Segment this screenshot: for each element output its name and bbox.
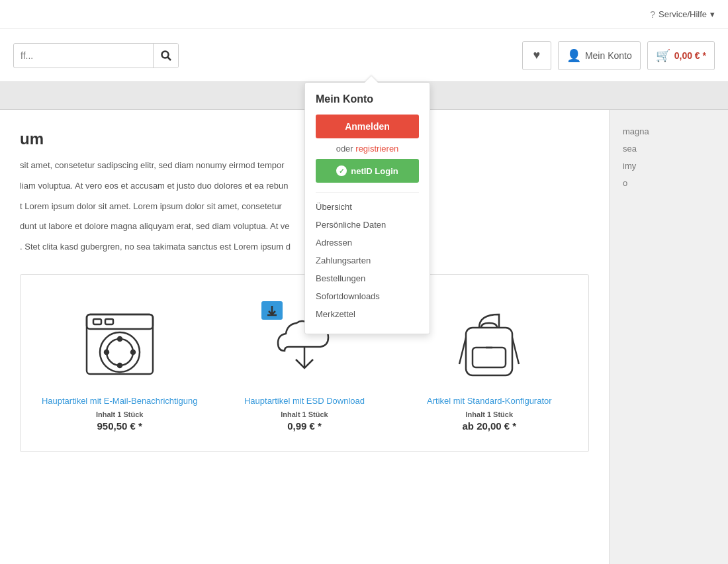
product-name-1[interactable]: Hauptartikel mit E-Mail-Benachrichtigung xyxy=(42,395,198,407)
aside-text-sea: sea xyxy=(623,140,715,158)
svg-point-10 xyxy=(105,350,109,354)
search-icon xyxy=(161,50,171,61)
cart-price: 0,00 € * xyxy=(674,50,706,61)
download-badge-icon xyxy=(266,305,278,316)
dropdown-menu-item-4: Bestellungen xyxy=(316,269,419,287)
product-icon-3 xyxy=(446,301,532,387)
cart-icon: 🛒 xyxy=(656,48,670,63)
svg-rect-3 xyxy=(87,314,153,329)
product-name-3[interactable]: Artikel mit Standard-Konfigurator xyxy=(427,395,552,407)
dropdown-menu-list: ÜbersichtPersönliche DatenAdressenZahlun… xyxy=(316,198,419,323)
svg-point-0 xyxy=(161,51,168,58)
download-badge xyxy=(261,301,283,320)
service-help-label: Service/Hilfe xyxy=(659,9,707,19)
svg-point-11 xyxy=(131,350,135,354)
backpack-icon xyxy=(449,305,529,384)
product-content-3: Inhalt 1 Stück xyxy=(466,410,514,418)
washing-machine-icon xyxy=(80,305,159,384)
product-price-1: 950,50 € * xyxy=(97,420,142,432)
dropdown-arrow xyxy=(365,76,378,83)
product-price-2: 0,99 € * xyxy=(287,420,322,432)
dropdown-menu-item-3: Zahlungsarten xyxy=(316,252,419,269)
dropdown-menu-item-0: Übersicht xyxy=(316,198,419,216)
top-bar: ? Service/Hilfe ▾ xyxy=(0,0,728,29)
product-name-2[interactable]: Hauptartikel mit ESD Download xyxy=(244,395,365,407)
svg-point-9 xyxy=(118,363,122,367)
registrieren-link[interactable]: registrieren xyxy=(355,144,398,154)
aside-text-magna: magna xyxy=(623,123,715,140)
user-icon: 👤 xyxy=(567,48,581,63)
product-price-3: ab 20,00 € * xyxy=(462,420,516,432)
oder-text: oder xyxy=(336,144,353,154)
product-content-2: Inhalt 1 Stück xyxy=(281,410,328,418)
wishlist-button[interactable]: ♥ xyxy=(522,41,551,70)
search-button[interactable] xyxy=(153,43,178,68)
search-box xyxy=(13,43,179,68)
netid-button[interactable]: ✓ netID Login xyxy=(316,159,419,183)
dropdown-menu-link-5[interactable]: Sofortdownloads xyxy=(316,291,419,301)
question-icon: ? xyxy=(650,9,655,20)
dropdown-menu-link-4[interactable]: Bestellungen xyxy=(316,273,419,283)
dropdown-title: Mein Konto xyxy=(316,93,419,105)
dropdown-menu-link-0[interactable]: Übersicht xyxy=(316,202,419,212)
svg-point-8 xyxy=(118,337,122,341)
oder-line: oder registrieren xyxy=(316,144,419,154)
search-input[interactable] xyxy=(14,50,153,61)
svg-line-1 xyxy=(167,57,171,60)
dropdown-menu-link-2[interactable]: Adressen xyxy=(316,238,419,248)
dropdown-menu-item-6: Merkzettel xyxy=(316,305,419,323)
netid-icon: ✓ xyxy=(336,165,347,176)
header-right: ♥ 👤 Mein Konto 🛒 0,00 € * xyxy=(522,41,715,70)
svg-rect-4 xyxy=(93,319,101,324)
dropdown-menu-link-3[interactable]: Zahlungsarten xyxy=(316,256,419,265)
svg-point-7 xyxy=(107,339,133,365)
heart-icon: ♥ xyxy=(533,48,541,62)
dropdown-menu-link-1[interactable]: Persönliche Daten xyxy=(316,220,419,230)
netid-label: netID Login xyxy=(351,166,398,176)
aside-text-imy: imy xyxy=(623,158,715,175)
svg-rect-16 xyxy=(473,348,506,367)
dropdown-menu-item-1: Persönliche Daten xyxy=(316,216,419,234)
account-button[interactable]: 👤 Mein Konto xyxy=(558,41,641,70)
dropdown-divider xyxy=(316,192,419,193)
account-label: Mein Konto xyxy=(585,50,632,61)
search-area xyxy=(13,43,179,68)
sidebar-right: magna sea imy o xyxy=(609,110,728,564)
product-content-1: Inhalt 1 Stück xyxy=(96,410,144,418)
aside-text-o: o xyxy=(623,175,715,192)
svg-line-18 xyxy=(512,338,519,364)
svg-line-17 xyxy=(459,338,466,364)
dropdown-menu-item-5: Sofortdownloads xyxy=(316,287,419,305)
product-card-1: Hauptartikel mit E-Mail-Benachrichtigung… xyxy=(34,295,205,438)
account-dropdown: Mein Konto Anmelden oder registrieren ✓ … xyxy=(304,82,430,334)
chevron-down-icon: ▾ xyxy=(710,9,715,19)
header: ♥ 👤 Mein Konto 🛒 0,00 € * xyxy=(0,29,728,82)
cart-button[interactable]: 🛒 0,00 € * xyxy=(647,41,715,70)
dropdown-menu-link-6[interactable]: Merkzettel xyxy=(316,309,419,319)
anmelden-button[interactable]: Anmelden xyxy=(316,115,419,138)
dropdown-menu-item-2: Adressen xyxy=(316,234,419,252)
product-icon-1 xyxy=(77,301,163,387)
service-help-button[interactable]: ? Service/Hilfe ▾ xyxy=(650,9,715,20)
svg-rect-5 xyxy=(105,319,113,324)
